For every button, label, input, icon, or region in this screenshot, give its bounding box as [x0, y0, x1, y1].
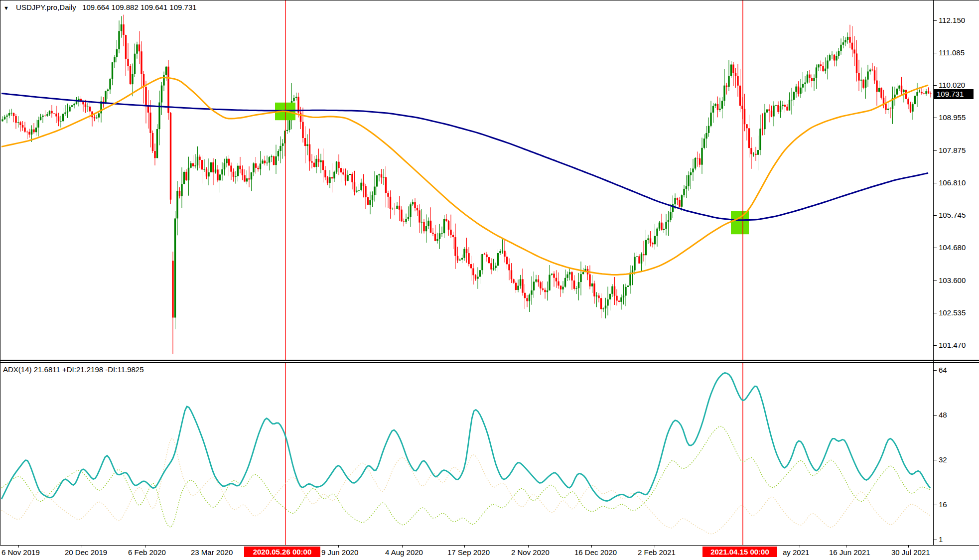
- adx-main-line[interactable]: [1, 373, 930, 501]
- price-panel-chart[interactable]: [0, 0, 934, 362]
- candle-body: [264, 160, 266, 163]
- candle-body: [98, 113, 100, 117]
- candle-body: [851, 43, 853, 50]
- candle-body: [775, 105, 777, 106]
- candle-body: [76, 102, 77, 104]
- candle-body: [542, 288, 544, 290]
- candle-body: [643, 254, 644, 255]
- candle-body: [324, 170, 326, 177]
- candle-body: [116, 49, 118, 57]
- candle-body: [600, 298, 602, 309]
- candle-body: [390, 197, 391, 209]
- candle-body: [374, 187, 375, 195]
- candle-body: [472, 268, 474, 275]
- plus-di-line[interactable]: [1, 426, 931, 527]
- candle-body: [800, 88, 801, 94]
- candle-body: [627, 285, 629, 287]
- symbol-dropdown-icon[interactable]: ▼: [3, 5, 9, 11]
- date-axis-tick: [338, 546, 339, 548]
- candle-body: [152, 133, 153, 151]
- price-axis-label: 112.150: [939, 16, 965, 24]
- candle-body: [820, 64, 822, 66]
- candle-body: [381, 174, 382, 177]
- candle-body: [910, 104, 911, 112]
- candle-body: [768, 110, 770, 111]
- candle-body: [925, 91, 927, 94]
- panel-divider[interactable]: [0, 360, 979, 361]
- candle-body: [42, 116, 43, 117]
- date-axis-label: 16 Dec 2020: [574, 548, 617, 557]
- candle-body: [490, 263, 492, 270]
- candle-body: [708, 126, 709, 133]
- candle-body: [345, 174, 346, 181]
- candle-body: [309, 144, 310, 161]
- adx-axis-label: 32: [939, 455, 947, 464]
- candle-body: [286, 130, 288, 131]
- candle-body: [452, 235, 454, 237]
- candle-body: [228, 159, 230, 166]
- minus-di-line[interactable]: [1, 439, 931, 534]
- candle-body: [659, 223, 660, 229]
- candle-body: [744, 109, 745, 125]
- candle-body: [912, 104, 913, 112]
- candle-body: [89, 107, 91, 112]
- date-axis-label: ay 2021: [783, 548, 809, 557]
- candle-body: [28, 132, 30, 135]
- candle-body: [616, 296, 617, 301]
- candle-body: [809, 75, 810, 78]
- candle-body: [24, 128, 25, 132]
- candle-body: [836, 56, 837, 60]
- candle-body: [212, 162, 214, 172]
- candle-body: [69, 107, 70, 111]
- candle-body: [777, 105, 779, 112]
- candle-body: [208, 172, 209, 176]
- candle-body: [878, 88, 880, 92]
- candle-body: [547, 290, 548, 292]
- candle-body: [524, 293, 526, 298]
- date-axis-tick: [208, 546, 208, 548]
- candle-body: [338, 162, 339, 168]
- adx-indicator-panel-chart[interactable]: [0, 363, 934, 545]
- candle-body: [215, 169, 216, 172]
- candle-body: [477, 277, 478, 279]
- candle-body: [396, 206, 398, 209]
- candle-body: [515, 283, 517, 290]
- candle-body: [257, 168, 259, 169]
- candle-body: [880, 88, 882, 98]
- candle-body: [114, 57, 115, 63]
- candle-body: [652, 243, 653, 245]
- candle-body: [887, 109, 889, 110]
- candle-body: [876, 81, 877, 92]
- current-price-badge: 109.731: [934, 89, 974, 99]
- date-axis-tick: [800, 546, 800, 548]
- candle-body: [665, 222, 667, 229]
- candle-body: [463, 249, 465, 258]
- candle-body: [140, 51, 142, 74]
- slow-ma-line[interactable]: [1, 94, 928, 220]
- date-axis-tick: [528, 546, 529, 548]
- adx-indicator-label: ADX(14) 21.6811 +DI:21.2198 -DI:11.9825: [3, 365, 144, 374]
- ma-cross-signal-box[interactable]: [731, 211, 749, 234]
- candle-body: [327, 177, 328, 183]
- candle-body: [780, 106, 781, 112]
- candle-body: [625, 287, 626, 296]
- date-axis-tick: [145, 546, 145, 548]
- candle-body: [31, 130, 32, 135]
- candle-body: [125, 35, 127, 59]
- candle-body: [109, 79, 111, 90]
- candle-body: [331, 177, 333, 179]
- candle-body: [479, 270, 481, 277]
- candle-body: [654, 236, 656, 245]
- price-axis-tick: [934, 85, 937, 86]
- candle-body: [401, 210, 402, 222]
- candle-body: [121, 24, 122, 31]
- candle-body: [634, 257, 635, 271]
- price-axis-tick: [934, 183, 937, 183]
- candle-body: [499, 251, 501, 253]
- candle-body: [759, 129, 761, 150]
- date-axis-label: 2 Nov 2020: [511, 548, 550, 557]
- candle-body: [242, 169, 243, 175]
- candle-body: [167, 67, 169, 113]
- candle-body: [793, 92, 795, 100]
- candle-body: [811, 78, 813, 81]
